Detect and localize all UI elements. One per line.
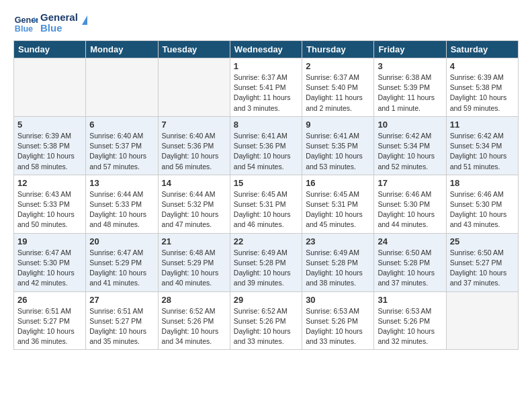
day-number: 29 bbox=[234, 295, 298, 305]
day-number: 20 bbox=[89, 236, 154, 246]
day-number: 24 bbox=[378, 236, 442, 246]
day-info: Sunrise: 6:42 AM Sunset: 5:34 PM Dayligh… bbox=[450, 131, 515, 172]
logo-triangle-icon bbox=[82, 15, 87, 25]
calendar-cell: 8Sunrise: 6:41 AM Sunset: 5:36 PM Daylig… bbox=[230, 116, 302, 175]
weekday-header-monday: Monday bbox=[86, 41, 158, 58]
calendar-cell: 29Sunrise: 6:52 AM Sunset: 5:26 PM Dayli… bbox=[230, 291, 302, 350]
weekday-header-thursday: Thursday bbox=[302, 41, 374, 58]
calendar-cell: 31Sunrise: 6:53 AM Sunset: 5:26 PM Dayli… bbox=[374, 291, 446, 350]
day-number: 26 bbox=[17, 295, 82, 305]
day-info: Sunrise: 6:40 AM Sunset: 5:37 PM Dayligh… bbox=[89, 131, 154, 172]
day-number: 6 bbox=[89, 120, 154, 130]
day-number: 1 bbox=[234, 61, 298, 71]
calendar-cell bbox=[86, 58, 158, 117]
calendar-week-row: 1Sunrise: 6:37 AM Sunset: 5:41 PM Daylig… bbox=[14, 58, 519, 117]
day-info: Sunrise: 6:50 AM Sunset: 5:27 PM Dayligh… bbox=[450, 248, 515, 289]
day-number: 7 bbox=[162, 120, 226, 130]
day-info: Sunrise: 6:45 AM Sunset: 5:31 PM Dayligh… bbox=[234, 189, 298, 230]
page-header: General Blue General Blue bbox=[13, 11, 519, 35]
day-info: Sunrise: 6:42 AM Sunset: 5:34 PM Dayligh… bbox=[378, 131, 442, 172]
calendar-cell: 14Sunrise: 6:44 AM Sunset: 5:32 PM Dayli… bbox=[158, 175, 230, 233]
weekday-header-friday: Friday bbox=[374, 41, 446, 58]
weekday-header-tuesday: Tuesday bbox=[158, 41, 230, 58]
day-info: Sunrise: 6:44 AM Sunset: 5:33 PM Dayligh… bbox=[89, 189, 154, 230]
calendar-header-row: SundayMondayTuesdayWednesdayThursdayFrid… bbox=[14, 41, 519, 58]
calendar-cell: 5Sunrise: 6:39 AM Sunset: 5:38 PM Daylig… bbox=[14, 116, 86, 175]
calendar-cell: 12Sunrise: 6:43 AM Sunset: 5:33 PM Dayli… bbox=[14, 175, 86, 233]
calendar-cell bbox=[158, 58, 230, 117]
day-number: 12 bbox=[17, 178, 82, 188]
day-number: 19 bbox=[17, 236, 82, 246]
day-info: Sunrise: 6:40 AM Sunset: 5:36 PM Dayligh… bbox=[162, 131, 226, 172]
weekday-header-sunday: Sunday bbox=[14, 41, 86, 58]
calendar-week-row: 19Sunrise: 6:47 AM Sunset: 5:30 PM Dayli… bbox=[14, 233, 519, 291]
day-number: 28 bbox=[162, 295, 226, 305]
day-number: 13 bbox=[89, 178, 154, 188]
day-number: 21 bbox=[162, 236, 226, 246]
day-info: Sunrise: 6:41 AM Sunset: 5:35 PM Dayligh… bbox=[306, 131, 370, 172]
calendar-cell: 11Sunrise: 6:42 AM Sunset: 5:34 PM Dayli… bbox=[446, 116, 518, 175]
day-number: 9 bbox=[306, 120, 370, 130]
calendar-cell: 24Sunrise: 6:50 AM Sunset: 5:28 PM Dayli… bbox=[374, 233, 446, 291]
day-info: Sunrise: 6:41 AM Sunset: 5:36 PM Dayligh… bbox=[234, 131, 298, 172]
day-number: 8 bbox=[234, 120, 298, 130]
day-info: Sunrise: 6:43 AM Sunset: 5:33 PM Dayligh… bbox=[17, 189, 82, 230]
logo-general-text: General bbox=[40, 12, 78, 24]
day-info: Sunrise: 6:52 AM Sunset: 5:26 PM Dayligh… bbox=[162, 306, 226, 347]
day-info: Sunrise: 6:46 AM Sunset: 5:30 PM Dayligh… bbox=[450, 189, 515, 230]
calendar-week-row: 26Sunrise: 6:51 AM Sunset: 5:27 PM Dayli… bbox=[14, 291, 519, 350]
day-info: Sunrise: 6:50 AM Sunset: 5:28 PM Dayligh… bbox=[378, 248, 442, 289]
day-number: 30 bbox=[306, 295, 370, 305]
day-number: 4 bbox=[450, 61, 515, 71]
calendar-cell: 7Sunrise: 6:40 AM Sunset: 5:36 PM Daylig… bbox=[158, 116, 230, 175]
calendar-cell: 30Sunrise: 6:53 AM Sunset: 5:26 PM Dayli… bbox=[302, 291, 374, 350]
calendar-cell: 15Sunrise: 6:45 AM Sunset: 5:31 PM Dayli… bbox=[230, 175, 302, 233]
calendar-cell: 26Sunrise: 6:51 AM Sunset: 5:27 PM Dayli… bbox=[14, 291, 86, 350]
day-info: Sunrise: 6:37 AM Sunset: 5:40 PM Dayligh… bbox=[306, 73, 370, 113]
day-info: Sunrise: 6:37 AM Sunset: 5:41 PM Dayligh… bbox=[234, 73, 298, 113]
calendar-cell: 21Sunrise: 6:48 AM Sunset: 5:29 PM Dayli… bbox=[158, 233, 230, 291]
logo: General Blue General Blue bbox=[13, 11, 87, 35]
day-number: 15 bbox=[234, 178, 298, 188]
day-info: Sunrise: 6:48 AM Sunset: 5:29 PM Dayligh… bbox=[162, 248, 226, 289]
day-number: 10 bbox=[378, 120, 442, 130]
day-info: Sunrise: 6:39 AM Sunset: 5:38 PM Dayligh… bbox=[17, 131, 82, 172]
day-number: 3 bbox=[378, 61, 442, 71]
day-number: 11 bbox=[450, 120, 515, 130]
calendar-cell: 2Sunrise: 6:37 AM Sunset: 5:40 PM Daylig… bbox=[302, 58, 374, 117]
day-info: Sunrise: 6:38 AM Sunset: 5:39 PM Dayligh… bbox=[378, 73, 442, 113]
day-number: 25 bbox=[450, 236, 515, 246]
calendar-week-row: 5Sunrise: 6:39 AM Sunset: 5:38 PM Daylig… bbox=[14, 116, 519, 175]
calendar-cell: 18Sunrise: 6:46 AM Sunset: 5:30 PM Dayli… bbox=[446, 175, 518, 233]
day-info: Sunrise: 6:49 AM Sunset: 5:28 PM Dayligh… bbox=[306, 248, 370, 289]
calendar-cell: 20Sunrise: 6:47 AM Sunset: 5:29 PM Dayli… bbox=[86, 233, 158, 291]
weekday-header-wednesday: Wednesday bbox=[230, 41, 302, 58]
day-number: 16 bbox=[306, 178, 370, 188]
day-number: 2 bbox=[306, 61, 370, 71]
calendar-table: SundayMondayTuesdayWednesdayThursdayFrid… bbox=[13, 40, 519, 350]
day-info: Sunrise: 6:47 AM Sunset: 5:30 PM Dayligh… bbox=[17, 248, 82, 289]
day-number: 5 bbox=[17, 120, 82, 130]
day-number: 31 bbox=[378, 295, 442, 305]
weekday-header-saturday: Saturday bbox=[446, 41, 518, 58]
calendar-cell: 28Sunrise: 6:52 AM Sunset: 5:26 PM Dayli… bbox=[158, 291, 230, 350]
day-info: Sunrise: 6:44 AM Sunset: 5:32 PM Dayligh… bbox=[162, 189, 226, 230]
day-info: Sunrise: 6:49 AM Sunset: 5:28 PM Dayligh… bbox=[234, 248, 298, 289]
calendar-cell: 17Sunrise: 6:46 AM Sunset: 5:30 PM Dayli… bbox=[374, 175, 446, 233]
calendar-cell: 27Sunrise: 6:51 AM Sunset: 5:27 PM Dayli… bbox=[86, 291, 158, 350]
day-number: 17 bbox=[378, 178, 442, 188]
calendar-cell: 16Sunrise: 6:45 AM Sunset: 5:31 PM Dayli… bbox=[302, 175, 374, 233]
calendar-cell bbox=[446, 291, 518, 350]
calendar-cell: 23Sunrise: 6:49 AM Sunset: 5:28 PM Dayli… bbox=[302, 233, 374, 291]
day-info: Sunrise: 6:53 AM Sunset: 5:26 PM Dayligh… bbox=[306, 306, 370, 347]
svg-text:Blue: Blue bbox=[15, 24, 33, 34]
calendar-cell: 10Sunrise: 6:42 AM Sunset: 5:34 PM Dayli… bbox=[374, 116, 446, 175]
day-number: 14 bbox=[162, 178, 226, 188]
day-number: 27 bbox=[89, 295, 154, 305]
calendar-cell: 19Sunrise: 6:47 AM Sunset: 5:30 PM Dayli… bbox=[14, 233, 86, 291]
day-info: Sunrise: 6:45 AM Sunset: 5:31 PM Dayligh… bbox=[306, 189, 370, 230]
calendar-cell: 4Sunrise: 6:39 AM Sunset: 5:38 PM Daylig… bbox=[446, 58, 518, 117]
calendar-cell: 1Sunrise: 6:37 AM Sunset: 5:41 PM Daylig… bbox=[230, 58, 302, 117]
day-number: 22 bbox=[234, 236, 298, 246]
logo-blue-text: Blue bbox=[40, 23, 78, 34]
